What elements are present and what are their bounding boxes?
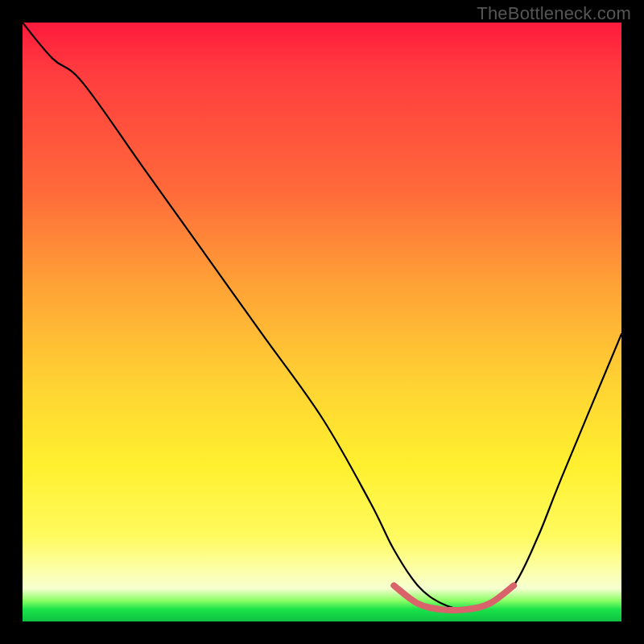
bottleneck-curve-path: [23, 23, 621, 609]
optimal-range-marker-path: [394, 585, 514, 610]
watermark-text: TheBottleneck.com: [477, 3, 631, 24]
chart-frame: TheBottleneck.com: [0, 0, 644, 644]
chart-svg: [23, 23, 621, 621]
plot-area: [23, 23, 621, 621]
